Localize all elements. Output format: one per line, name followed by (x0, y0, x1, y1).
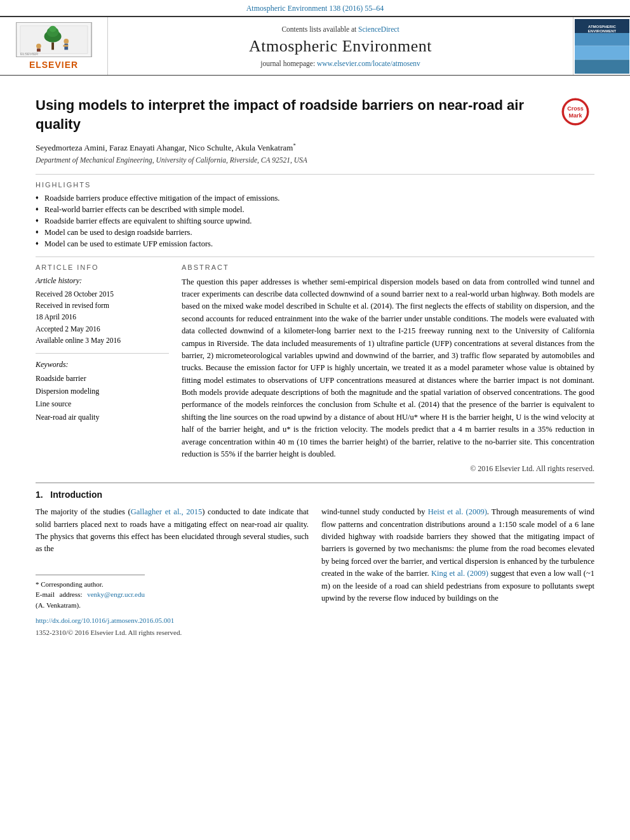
doi-link[interactable]: http://dx.doi.org/10.1016/j.atmosenv.201… (36, 617, 174, 624)
elsevier-brand-text: ELSEVIER (29, 60, 78, 70)
svg-rect-16 (575, 33, 629, 46)
svg-point-5 (49, 26, 57, 32)
sciencedirect-line: Contents lists available at ScienceDirec… (281, 25, 399, 33)
revised-label: Received in revised form (36, 300, 169, 311)
info-divider (36, 353, 169, 354)
heist-ref-link[interactable]: Heist et al. (2009) (428, 507, 487, 516)
keywords-label: Keywords: (36, 360, 169, 370)
svg-text:Cross: Cross (567, 105, 584, 112)
journal-title: Atmospheric Environment (249, 37, 432, 56)
intro-heading: 1. Introduction (36, 490, 594, 500)
affiliation-line: Department of Mechanical Engineering, Un… (36, 156, 594, 164)
list-item: Line source (36, 397, 169, 410)
gallagher-ref-link[interactable]: Gallagher et al., 2015 (131, 507, 203, 516)
svg-text:ENVIRONMENT: ENVIRONMENT (587, 29, 616, 33)
list-item: Near-road air quality (36, 411, 169, 423)
received-date: Received 28 October 2015 (36, 288, 169, 300)
abstract-text: The question this paper addresses is whe… (182, 276, 594, 461)
list-item: Real-world barrier effects can be descri… (36, 205, 594, 215)
svg-point-9 (36, 44, 41, 49)
copyright-line: © 2016 Elsevier Ltd. All rights reserved… (182, 464, 594, 474)
article-title: Using models to interpret the impact of … (36, 96, 594, 133)
elsevier-logo-area: ELSEVIER ELSEVIER (0, 17, 108, 75)
info-abstract-section: ARTICLE INFO Article history: Received 2… (36, 263, 594, 474)
history-section: Article history: Received 28 October 201… (36, 276, 169, 347)
svg-rect-18 (575, 60, 629, 74)
available-date: Available online 3 May 2016 (36, 335, 169, 346)
section-divider-2 (36, 257, 594, 257)
revised-date: 18 April 2016 (36, 311, 169, 323)
introduction-section: 1. Introduction The majority of the stud… (36, 490, 594, 638)
journal-header-center: Contents lists available at ScienceDirec… (108, 17, 573, 75)
article-info-label: ARTICLE INFO (36, 263, 169, 271)
intro-body: The majority of the studies (Gallagher e… (36, 506, 594, 638)
article-info-col: ARTICLE INFO Article history: Received 2… (36, 263, 169, 474)
list-item: Model can be used to estimate UFP emissi… (36, 239, 594, 249)
svg-text:ELSEVIER: ELSEVIER (20, 52, 38, 56)
list-item: Roadside barrier (36, 372, 169, 385)
journal-ref-bar: Atmospheric Environment 138 (2016) 55–64 (0, 0, 630, 16)
authors-line: Seyedmorteza Amini, Faraz Enayati Ahanga… (36, 142, 594, 153)
highlights-section: HIGHLIGHTS Roadside barriers produce eff… (36, 181, 594, 249)
king-ref-link[interactable]: King et al. (2009) (431, 569, 488, 578)
accepted-date: Accepted 2 May 2016 (36, 323, 169, 335)
journal-cover-thumbnail: ATMOSPHERIC ENVIRONMENT ATMOSPHERIC ENVI… (575, 19, 629, 74)
intro-col-right: wind-tunnel study conducted by Heist et … (321, 506, 594, 638)
issn-line: 1352-2310/© 2016 Elsevier Ltd. All right… (36, 627, 309, 638)
journal-homepage-link[interactable]: www.elsevier.com/locate/atmosenv (317, 60, 420, 67)
intro-col-left: The majority of the studies (Gallagher e… (36, 506, 309, 638)
journal-thumbnail-area: ATMOSPHERIC ENVIRONMENT ATMOSPHERIC ENVI… (573, 17, 630, 75)
sciencedirect-link[interactable]: ScienceDirect (358, 25, 399, 33)
elsevier-tree-logo: ELSEVIER (16, 22, 92, 57)
svg-rect-2 (51, 43, 54, 50)
highlights-label: HIGHLIGHTS (36, 181, 594, 189)
footnote-corresponding: * Corresponding author. E-mail address: … (36, 579, 145, 611)
list-item: Dispersion modeling (36, 385, 169, 397)
keywords-section: Keywords: Roadside barrier Dispersion mo… (36, 360, 169, 424)
doi-line: http://dx.doi.org/10.1016/j.atmosenv.201… (36, 615, 309, 626)
journal-homepage-line: journal homepage: www.elsevier.com/locat… (260, 60, 420, 67)
intro-paragraph-right: wind-tunnel study conducted by Heist et … (321, 506, 594, 604)
footnote-area: * Corresponding author. E-mail address: … (36, 575, 145, 611)
abstract-col: ABSTRACT The question this paper address… (182, 263, 594, 474)
section-divider-1 (36, 174, 594, 175)
list-item: Model can be used to design roadside bar… (36, 228, 594, 237)
svg-text:ATMOSPHERIC: ATMOSPHERIC (588, 25, 617, 29)
svg-point-22 (564, 100, 587, 123)
highlights-list: Roadside barriers produce effective miti… (36, 194, 594, 249)
svg-text:Mark: Mark (568, 112, 582, 119)
list-item: Roadside barriers produce effective miti… (36, 194, 594, 203)
abstract-label: ABSTRACT (182, 263, 594, 271)
keywords-list: Roadside barrier Dispersion modeling Lin… (36, 372, 169, 424)
list-item: Roadside barrier effects are equivalent … (36, 217, 594, 226)
history-label: Article history: (36, 276, 169, 286)
journal-header: ELSEVIER ELSEVIER Contents lists availab… (0, 16, 630, 76)
svg-rect-17 (575, 46, 629, 60)
svg-point-6 (64, 39, 69, 44)
corresponding-marker: * (293, 142, 296, 149)
svg-rect-10 (37, 48, 41, 51)
svg-rect-8 (63, 45, 68, 47)
intro-paragraph-left: The majority of the studies (Gallagher e… (36, 506, 309, 556)
crossmark-badge[interactable]: Cross Mark (556, 96, 594, 128)
main-content: Using models to interpret the impact of … (0, 76, 630, 644)
bottom-divider (36, 483, 594, 483)
email-link[interactable]: venky@engr.ucr.edu (87, 590, 145, 598)
journal-ref-link[interactable]: Atmospheric Environment 138 (2016) 55–64 (246, 4, 384, 13)
